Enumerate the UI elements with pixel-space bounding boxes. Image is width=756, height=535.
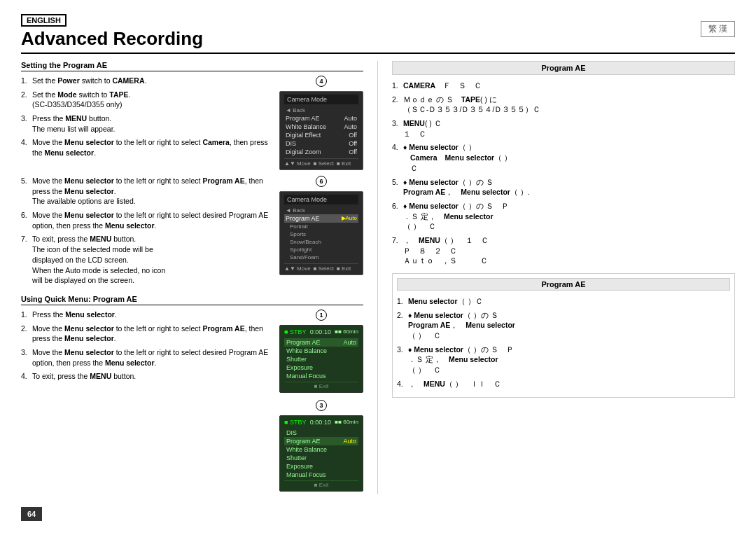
- quick-screens: 1 ■ STBY 0:00:10 ■■ 60min Program AEAuto…: [279, 310, 363, 494]
- right-camera-steps: 1. CAMERA Ｆ Ｓ Ｃ 2. Ｍｏｄｅ の Ｓ TAPE( ) に （Ｓ…: [392, 81, 735, 266]
- step-2: 2. Set the Mode switch to TAPE. (SC-D353…: [21, 90, 274, 110]
- camera-screen-2: Camera Mode ◄ Back Program AE▶Auto Portr…: [279, 191, 363, 275]
- camera-screen-1: Camera Mode ◄ Back Program AEAuto White …: [279, 91, 363, 170]
- screen2-footer: ▲▼ Move■ Select■ Exit: [284, 263, 358, 272]
- stby-screen-2: ■ STBY 0:00:10 ■■ 60min DIS Program AEAu…: [279, 415, 363, 492]
- stby-screen-2-area: 3 ■ STBY 0:00:10 ■■ 60min DIS Program AE…: [279, 400, 363, 494]
- screen-1-area: 4 Camera Mode ◄ Back Program AEAuto Whit…: [279, 76, 363, 173]
- right-quick-section: Program AE 1. Menu selector（ ）Ｃ 2. ♦ Men…: [392, 273, 735, 398]
- rq-step-4: 4. ， MENU（ ） ＩＩ Ｃ: [397, 379, 730, 389]
- screen2-header: Camera Mode: [284, 195, 358, 204]
- screen1-row5: Digital ZoomOff: [284, 148, 358, 156]
- right-quick-steps: 1. Menu selector（ ）Ｃ 2. ♦ Menu selector（…: [397, 296, 730, 389]
- stby-screen-1-area: 1 ■ STBY 0:00:10 ■■ 60min Program AEAuto…: [279, 310, 363, 396]
- steps-top-area: 1. Set the Power switch to CAMERA. 2. Se…: [21, 76, 363, 173]
- qstep-1: 1. Press the Menu selector.: [21, 310, 274, 320]
- quick-step-list: 1. Press the Menu selector. 2. Move the …: [21, 310, 274, 382]
- rq-step-1: 1. Menu selector（ ）Ｃ: [397, 296, 730, 307]
- screen2-row5: Spotlight: [284, 246, 358, 253]
- left-section-title: Setting the Program AE: [21, 61, 363, 71]
- step-3: 3. Press the MENU button. The menu list …: [21, 113, 274, 134]
- screen2-back: ◄ Back: [284, 207, 358, 214]
- step-1: 1. Set the Power switch to CAMERA.: [21, 76, 274, 86]
- r-step-3: 3. MENU( ) Ｃ １ Ｃ: [392, 118, 735, 139]
- r-step-6: 6. ♦ Menu selector（ ）の Ｓ Ｐ ．Ｓ 定， Menu se…: [392, 201, 735, 232]
- step-5: 5. Move the Menu selector to the left or…: [21, 176, 274, 207]
- right-column: Program AE 1. CAMERA Ｆ Ｓ Ｃ 2. Ｍｏｄｅ の Ｓ T…: [378, 61, 735, 494]
- qstep-2: 2. Move the Menu selector to the left or…: [21, 324, 274, 344]
- page-number: 64: [21, 507, 42, 521]
- japanese-badge: 繁 漢: [701, 21, 735, 37]
- quick-menu-title: Using Quick Menu: Program AE: [21, 295, 363, 305]
- steps-5-7-area: 5. Move the Menu selector to the left or…: [21, 176, 363, 289]
- screen2-row4: Snow/Beach: [284, 238, 358, 246]
- main-steps-cont: 5. Move the Menu selector to the left or…: [21, 176, 274, 286]
- screen2-row1: Program AE▶Auto: [284, 214, 358, 223]
- r-step-7: 7. ， MENU（ ） １ Ｃ Ｐ ８ ２ Ｃ Ａｕｔｏ ，Ｓ Ｃ: [392, 235, 735, 266]
- circle-1: 1: [316, 310, 327, 321]
- page-title: Advanced Recording: [21, 28, 735, 54]
- screen1-row4: DISOff: [284, 139, 358, 148]
- page-container: ENGLISH Advanced Recording 繁 漢 Setting t…: [0, 0, 756, 535]
- screen2-row6: Sand/Foam: [284, 253, 358, 261]
- english-badge: ENGLISH: [21, 14, 66, 27]
- main-steps: 1. Set the Power switch to CAMERA. 2. Se…: [21, 76, 274, 158]
- step-6: 6. Move the Menu selector to the left or…: [21, 210, 274, 230]
- quick-steps-area: 1. Press the Menu selector. 2. Move the …: [21, 310, 363, 494]
- right-section-title: Program AE: [392, 61, 735, 75]
- stby-screen-1: ■ STBY 0:00:10 ■■ 60min Program AEAuto W…: [279, 325, 363, 393]
- screen1-footer: ▲▼ Move■ Select■ Exit: [284, 158, 358, 167]
- rq-step-3: 3. ♦ Menu selector（ ）の Ｓ Ｐ ．Ｓ 定， Menu se…: [397, 345, 730, 375]
- screen1-row1: Program AEAuto: [284, 114, 358, 123]
- left-column: Setting the Program AE 1. Set the Power …: [21, 61, 378, 494]
- screen2-row2: Portrait: [284, 223, 358, 230]
- step-7: 7. To exit, press the MENU button. The i…: [21, 234, 274, 285]
- circle-6: 6: [316, 176, 327, 187]
- screen1-row2: White BalanceAuto: [284, 123, 358, 131]
- r-step-2: 2. Ｍｏｄｅ の Ｓ TAPE( ) に （ＳＣ-Ｄ３５３/Ｄ３５４/Ｄ３５５…: [392, 95, 735, 115]
- step-4: 4. Move the Menu selector to the left or…: [21, 137, 274, 158]
- content-area: Setting the Program AE 1. Set the Power …: [21, 61, 735, 494]
- steps-5-7: 5. Move the Menu selector to the left or…: [21, 176, 274, 289]
- r-step-1: 1. CAMERA Ｆ Ｓ Ｃ: [392, 81, 735, 91]
- screen1-header: Camera Mode: [284, 95, 358, 104]
- quick-steps: 1. Press the Menu selector. 2. Move the …: [21, 310, 274, 494]
- screen2-row3: Sports: [284, 230, 358, 238]
- steps-1-4: 1. Set the Power switch to CAMERA. 2. Se…: [21, 76, 274, 173]
- circle-4: 4: [316, 76, 327, 87]
- screen1-back: ◄ Back: [284, 106, 358, 114]
- r-step-5: 5. ♦ Menu selector（ ）の Ｓ Program AE， Men…: [392, 177, 735, 197]
- qstep-3: 3. Move the Menu selector to the left or…: [21, 347, 274, 368]
- screen-2-area: 6 Camera Mode ◄ Back Program AE▶Auto Por…: [279, 176, 363, 289]
- screen1-row3: Digital EffectOff: [284, 131, 358, 139]
- r-step-4: 4. ♦ Menu selector（ ） Camera Menu select…: [392, 142, 735, 173]
- circle-3: 3: [316, 400, 327, 411]
- rq-step-2: 2. ♦ Menu selector（ ）の Ｓ Program AE， Men…: [397, 310, 730, 341]
- quick-menu-section: Using Quick Menu: Program AE 1. Press th…: [21, 295, 363, 494]
- right-quick-title: Program AE: [397, 278, 730, 291]
- qstep-4: 4. To exit, press the MENU button.: [21, 371, 274, 382]
